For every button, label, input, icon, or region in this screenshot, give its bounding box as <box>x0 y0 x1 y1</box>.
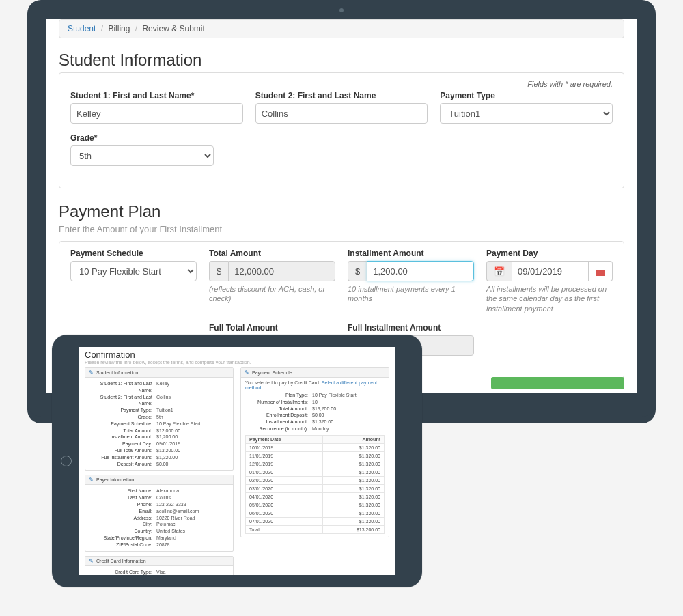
installment-amount-input[interactable] <box>367 261 474 281</box>
kv-row: Total Amount:$13,200.00 <box>245 406 385 412</box>
kv-key: Enrollment Deposit: <box>245 412 308 419</box>
kv-key: Installment Amount: <box>89 434 152 440</box>
student-info-title: Student Information <box>59 51 624 70</box>
schedule-select[interactable]: 10 Pay Flexible Start <box>70 261 197 281</box>
kv-row: Email:acollins@email.com <box>89 508 229 515</box>
edit-icon[interactable]: ✎ <box>245 369 249 376</box>
kv-value: $1,320.00 <box>312 419 333 425</box>
kv-value: 20878 <box>156 542 169 548</box>
kv-value: Kelley <box>156 380 169 394</box>
breadcrumb-sep: / <box>135 24 137 33</box>
kv-row: ZIP/Postal Code:20878 <box>89 542 229 548</box>
kv-key: Plan Type: <box>245 392 308 399</box>
table-row: 02/01/2020$1,320.00 <box>246 476 385 484</box>
kv-value: Tuition1 <box>156 407 173 414</box>
cell-date: 03/01/2020 <box>246 484 323 492</box>
kv-row: Enrollment Deposit:$0.00 <box>245 412 385 419</box>
kv-value: 123-222-3333 <box>156 501 186 508</box>
kv-value: Monthly <box>312 425 329 432</box>
table-row: 11/01/2019$1,320.00 <box>246 451 385 460</box>
currency-icon: $ <box>209 261 228 281</box>
help-payment-day: All installments will be processed on th… <box>486 284 613 313</box>
tablet-device: Confirmation Please review the info belo… <box>52 335 422 587</box>
kv-value: 09/01/2019 <box>156 440 180 447</box>
table-row: 06/01/2020$1,320.00 <box>246 509 385 517</box>
kv-value: $13,200.00 <box>156 447 180 454</box>
label-full-installment: Full Installment Amount <box>348 323 474 333</box>
kv-value: 10 Pay Flexible Start <box>312 392 357 399</box>
kv-row: First Name:Alexandria <box>89 488 229 494</box>
kv-key: First Name: <box>89 488 152 494</box>
table-row: 07/01/2020$1,320.00 <box>246 517 385 525</box>
kv-row: Payment Schedule:10 Pay Flexible Start <box>89 421 229 428</box>
kv-value: $13,200.00 <box>312 406 336 412</box>
table-row: 10/01/2019$1,320.00 <box>246 443 385 451</box>
student2-name-input[interactable] <box>255 103 428 124</box>
kv-row: Last Name:Collins <box>89 494 229 501</box>
kv-key: Deposit Amount: <box>89 461 152 468</box>
submit-button[interactable] <box>491 377 624 389</box>
kv-row: Installment Amount:$1,320.00 <box>245 419 385 425</box>
cell-date: 11/01/2019 <box>246 451 323 460</box>
kv-row: Number of Installments:10 <box>245 399 385 406</box>
label-total: Total Amount <box>209 249 335 258</box>
edit-icon[interactable]: ✎ <box>89 558 94 564</box>
table-row: 04/01/2020$1,320.00 <box>246 492 385 501</box>
kv-row: City:Potomac <box>89 521 229 528</box>
total-amount-input <box>228 261 335 281</box>
kv-key: Last Name: <box>89 494 152 501</box>
kv-key: Address: <box>89 515 152 522</box>
schedule-note: You selected to pay by Credit Card. <box>245 380 320 385</box>
kv-row: Payment Day:09/01/2019 <box>89 440 229 447</box>
label-grade: Grade* <box>70 133 214 143</box>
payment-day-input[interactable] <box>512 261 589 281</box>
kv-value: Visa <box>156 569 166 575</box>
label-payment-type: Payment Type <box>440 91 613 100</box>
camera-icon <box>339 8 344 12</box>
kv-value: 10 Pay Flexible Start <box>156 421 201 428</box>
kv-key: Full Installment Amount: <box>89 454 152 461</box>
payer-info-header: Payer Information <box>96 477 134 482</box>
label-schedule: Payment Schedule <box>70 249 197 258</box>
kv-key: Total Amount: <box>89 428 152 434</box>
cell-date: 10/01/2019 <box>246 443 323 451</box>
cc-info-header: Credit Card Information <box>96 559 146 563</box>
help-installment: 10 installment payments every 1 months <box>348 284 474 304</box>
calendar-icon[interactable]: 📅 <box>486 261 512 281</box>
kv-key: Credit Card Type: <box>89 569 152 575</box>
table-row: 03/01/2020$1,320.00 <box>246 484 385 492</box>
kv-row: Credit Card Type:Visa <box>89 569 229 575</box>
kv-key: City: <box>89 521 152 528</box>
edit-icon[interactable]: ✎ <box>89 477 94 483</box>
breadcrumb-review[interactable]: Review & Submit <box>142 24 204 33</box>
edit-icon[interactable]: ✎ <box>89 369 94 376</box>
kv-key: Payment Day: <box>89 440 152 447</box>
confirmation-left-col: ✎ Student Information Student 1: First a… <box>85 367 234 575</box>
kv-key: Grade: <box>89 414 152 421</box>
kv-key: Total Amount: <box>245 406 308 412</box>
kv-row: Total Amount:$12,000.00 <box>89 428 229 434</box>
breadcrumb-student[interactable]: Student <box>68 24 96 33</box>
total-value: $13,200.00 <box>322 525 384 533</box>
kv-row: Payment Type:Tuition1 <box>89 407 229 414</box>
help-total: (reflects discount for ACH, cash, or che… <box>209 284 335 304</box>
payment-type-select[interactable]: Tuition1 <box>440 103 613 124</box>
grade-select[interactable]: 5th <box>70 145 214 166</box>
label-student1: Student 1: First and Last Name* <box>70 91 243 100</box>
kv-key: Student 2: First and Last Name: <box>89 394 152 408</box>
breadcrumb-billing[interactable]: Billing <box>108 24 130 33</box>
kv-value: Collins <box>156 494 171 501</box>
kv-value: $12,000.00 <box>156 428 180 434</box>
kv-row: Plan Type:10 Pay Flexible Start <box>245 392 385 399</box>
breadcrumb-sep: / <box>101 24 103 33</box>
kv-row: Country:United States <box>89 528 229 535</box>
confirmation-title: Confirmation <box>85 350 389 360</box>
table-row: 05/01/2020$1,320.00 <box>246 501 385 509</box>
student1-name-input[interactable] <box>70 103 243 124</box>
confirmation-right-col: ✎ Payment Schedule You selected to pay b… <box>240 367 389 575</box>
cell-date: 02/01/2020 <box>246 476 323 484</box>
calendar-picker-icon[interactable] <box>589 261 613 281</box>
kv-value: $0.00 <box>156 461 169 468</box>
cell-date: 12/01/2019 <box>246 460 323 468</box>
kv-value: 10220 River Road <box>156 515 195 522</box>
